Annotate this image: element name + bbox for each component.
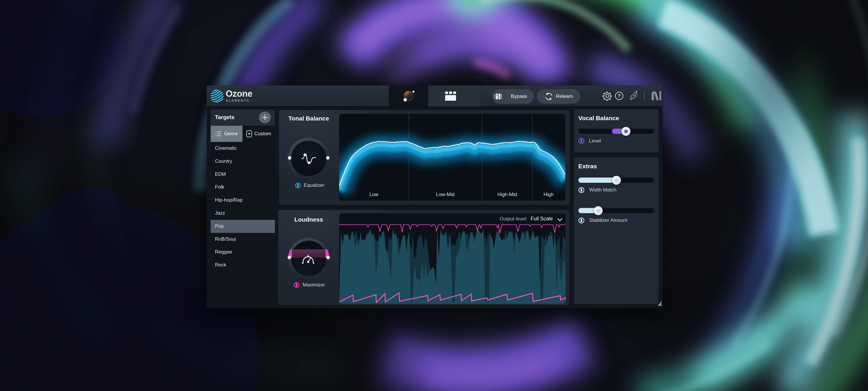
svg-text:High-Mid: High-Mid <box>497 192 517 197</box>
svg-text:High: High <box>544 192 554 197</box>
svg-text:Low-Mid: Low-Mid <box>436 192 455 197</box>
svg-text:Low: Low <box>369 192 378 197</box>
svg-text:?: ? <box>618 93 621 99</box>
